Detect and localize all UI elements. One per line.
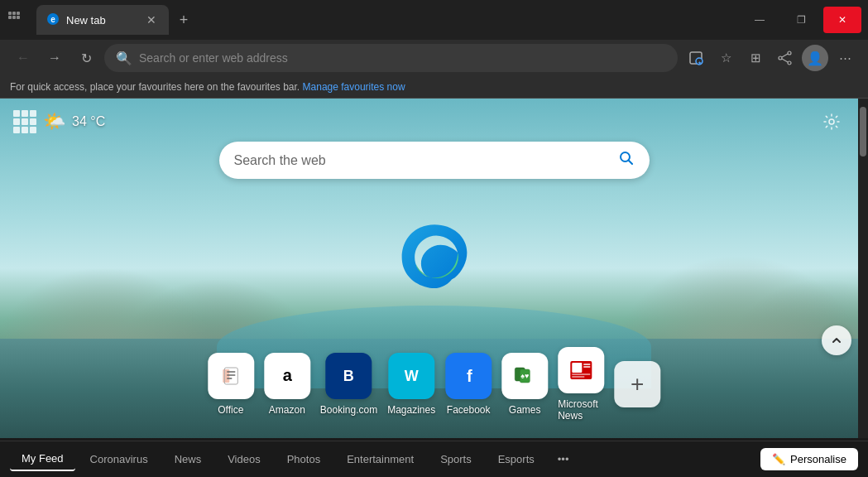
quick-link-games[interactable]: ♠♥ Games xyxy=(501,353,548,416)
weather-temperature: 34 °C xyxy=(72,114,105,129)
tab-entertainment[interactable]: Entertainment xyxy=(335,448,425,470)
quick-link-magazines[interactable]: W Magazines xyxy=(387,353,435,416)
reading-list-icon[interactable]: ★ xyxy=(683,45,709,71)
title-bar: e New tab ✕ + — ❐ ✕ xyxy=(0,0,868,40)
tab-close-button[interactable]: ✕ xyxy=(144,12,159,27)
maximize-button[interactable]: ❐ xyxy=(782,7,820,33)
quick-link-booking[interactable]: B Booking.com xyxy=(320,353,377,416)
tab-esports[interactable]: Esports xyxy=(487,448,546,470)
tab-strip: e New tab ✕ + xyxy=(36,5,195,35)
edge-logo xyxy=(397,220,472,295)
quick-link-msnews[interactable]: Microsoft News xyxy=(558,347,604,422)
quick-link-amazon[interactable]: a Amazon xyxy=(264,353,310,416)
search-container xyxy=(219,142,650,179)
svg-point-11 xyxy=(788,51,791,55)
tab-videos[interactable]: Videos xyxy=(216,448,272,470)
svg-rect-5 xyxy=(17,16,20,19)
search-box[interactable] xyxy=(219,142,650,179)
svg-point-13 xyxy=(788,61,791,65)
minimize-button[interactable]: — xyxy=(741,7,779,33)
svg-text:f: f xyxy=(467,367,472,385)
svg-rect-33 xyxy=(572,363,582,373)
svg-line-14 xyxy=(782,54,788,57)
quick-link-label-amazon: Amazon xyxy=(269,404,305,416)
quick-link-label-office: Office xyxy=(218,404,243,416)
search-icon: 🔍 xyxy=(116,51,132,66)
svg-rect-19 xyxy=(218,363,244,389)
tab-news[interactable]: News xyxy=(163,448,213,470)
address-bar[interactable]: 🔍 xyxy=(104,44,678,72)
browser-icon xyxy=(7,10,26,30)
quick-link-label-magazines: Magazines xyxy=(387,404,435,416)
active-tab[interactable]: e New tab ✕ xyxy=(36,5,169,35)
favourites-bar: For quick access, place your favourites … xyxy=(0,76,868,99)
tab-photos[interactable]: Photos xyxy=(276,448,332,470)
personalise-label: Personalise xyxy=(790,453,846,465)
svg-text:a: a xyxy=(282,366,292,384)
quick-links: Office a Amazon B Booking.com W xyxy=(208,347,660,422)
nav-icons: ★ ☆ ⊞ 👤 ⋯ xyxy=(683,45,858,71)
close-button[interactable]: ✕ xyxy=(823,7,861,33)
navigation-bar: ← → ↻ 🔍 ★ ☆ ⊞ 👤 ⋯ xyxy=(0,40,868,76)
new-tab-button[interactable]: + xyxy=(172,8,195,31)
favorites-icon[interactable]: ☆ xyxy=(712,45,739,71)
forward-button[interactable]: → xyxy=(41,45,68,71)
menu-button[interactable]: ⋯ xyxy=(832,45,858,71)
collections-icon[interactable]: ⊞ xyxy=(742,45,769,71)
svg-line-18 xyxy=(628,161,632,165)
bottom-navigation-bar: My Feed Coronavirus News Videos Photos E… xyxy=(0,441,868,477)
title-bar-left: e New tab ✕ + xyxy=(7,5,737,35)
quick-link-icon-magazines: W xyxy=(388,353,434,399)
refresh-button[interactable]: ↻ xyxy=(73,45,99,71)
svg-rect-1 xyxy=(12,12,16,15)
tab-my-feed[interactable]: My Feed xyxy=(10,447,75,471)
svg-rect-3 xyxy=(8,16,12,19)
svg-text:e: e xyxy=(50,15,55,24)
quick-link-label-booking: Booking.com xyxy=(320,404,377,416)
svg-point-12 xyxy=(779,56,782,60)
window-controls: — ❐ ✕ xyxy=(741,7,861,33)
page-settings-button[interactable] xyxy=(818,108,845,135)
quick-link-icon-msnews xyxy=(558,347,604,393)
svg-text:♠♥: ♠♥ xyxy=(520,372,529,380)
share-icon[interactable] xyxy=(772,45,798,71)
address-input[interactable] xyxy=(139,51,666,65)
fav-bar-text: For quick access, place your favourites … xyxy=(10,81,300,93)
svg-point-16 xyxy=(829,119,834,124)
add-link-button[interactable]: + xyxy=(614,361,660,407)
back-button[interactable]: ← xyxy=(10,45,36,71)
tab-coronavirus[interactable]: Coronavirus xyxy=(79,448,160,470)
quick-link-icon-facebook: f xyxy=(445,353,492,399)
more-tabs-button[interactable]: ••• xyxy=(549,448,578,470)
scrollbar-thumb[interactable] xyxy=(860,107,866,157)
manage-favourites-link[interactable]: Manage favourites now xyxy=(303,81,405,93)
svg-rect-4 xyxy=(12,16,16,19)
personalise-button[interactable]: ✏️ Personalise xyxy=(760,448,858,470)
quick-link-icon-booking: B xyxy=(325,353,372,399)
svg-rect-0 xyxy=(8,12,12,15)
search-input[interactable] xyxy=(234,153,610,168)
scroll-up-button[interactable] xyxy=(822,325,851,355)
scrollbar[interactable] xyxy=(858,99,868,438)
quick-link-add[interactable]: + xyxy=(614,361,660,407)
profile-button[interactable]: 👤 xyxy=(802,45,828,71)
apps-grid-button[interactable] xyxy=(13,110,36,133)
svg-text:B: B xyxy=(343,368,354,384)
svg-text:★: ★ xyxy=(698,60,702,65)
tab-favicon: e xyxy=(46,12,60,28)
quick-link-label-facebook: Facebook xyxy=(447,404,491,416)
quick-link-icon-office xyxy=(208,353,254,399)
svg-rect-2 xyxy=(17,12,20,15)
quick-link-label-games: Games xyxy=(509,404,541,416)
search-submit-icon[interactable] xyxy=(618,150,635,171)
weather-icon: 🌤️ xyxy=(43,111,65,132)
quick-link-office[interactable]: Office xyxy=(208,353,254,416)
svg-line-15 xyxy=(782,59,788,62)
tab-sports[interactable]: Sports xyxy=(429,448,483,470)
personalise-icon: ✏️ xyxy=(772,453,785,465)
quick-link-icon-amazon: a xyxy=(264,353,310,399)
tab-title: New tab xyxy=(66,14,137,26)
weather-widget: 🌤️ 34 °C xyxy=(13,110,105,133)
main-content: 🌤️ 34 °C xyxy=(0,99,868,438)
quick-link-facebook[interactable]: f Facebook xyxy=(445,353,492,416)
